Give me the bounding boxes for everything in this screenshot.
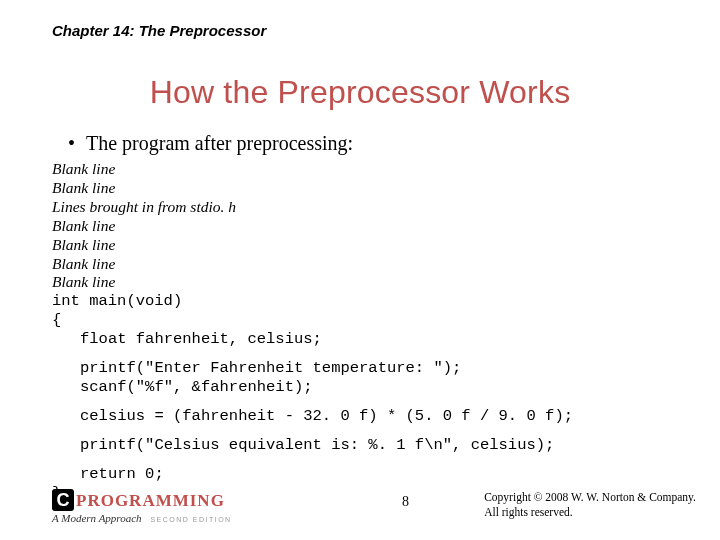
bullet-item: •The program after preprocessing: — [68, 132, 353, 155]
chapter-label: Chapter 14: The Preprocessor — [52, 22, 266, 39]
blank-gap — [52, 349, 688, 359]
bullet-text: The program after preprocessing: — [86, 132, 353, 154]
logo-subtitle: A Modern Approach SECOND EDITION — [52, 512, 262, 524]
slide-title: How the Preprocessor Works — [0, 74, 720, 111]
code-line: printf("Enter Fahrenheit temperature: ")… — [52, 359, 688, 378]
blank-gap — [52, 397, 688, 407]
page-number: 8 — [402, 494, 409, 510]
blank-gap — [52, 455, 688, 465]
footer: C PROGRAMMING A Modern Approach SECOND E… — [52, 480, 696, 524]
logo-top: C PROGRAMMING — [52, 489, 262, 511]
logo-sub-text: A Modern Approach — [52, 512, 142, 524]
code-line: Blank line — [52, 160, 688, 179]
copyright-line: All rights reserved. — [484, 505, 696, 520]
bullet-dot: • — [68, 132, 86, 155]
code-line: Blank line — [52, 273, 688, 292]
blank-gap — [52, 426, 688, 436]
code-line: Blank line — [52, 255, 688, 274]
logo-programming: PROGRAMMING — [76, 491, 225, 511]
code-line: Blank line — [52, 236, 688, 255]
code-line: scanf("%f", &fahrenheit); — [52, 378, 688, 397]
code-line: { — [52, 311, 688, 330]
code-line: printf("Celsius equivalent is: %. 1 f\n"… — [52, 436, 688, 455]
code-line: Blank line — [52, 217, 688, 236]
code-block: Blank line Blank line Lines brought in f… — [52, 160, 688, 503]
slide: Chapter 14: The Preprocessor How the Pre… — [0, 0, 720, 540]
code-line: Lines brought in from stdio. h — [52, 198, 688, 217]
code-line: int main(void) — [52, 292, 688, 311]
code-line: float fahrenheit, celsius; — [52, 330, 688, 349]
code-line: celsius = (fahrenheit - 32. 0 f) * (5. 0… — [52, 407, 688, 426]
logo-c-icon: C — [52, 489, 74, 511]
book-logo: C PROGRAMMING A Modern Approach SECOND E… — [52, 489, 262, 524]
copyright-line: Copyright © 2008 W. W. Norton & Company. — [484, 490, 696, 505]
logo-edition: SECOND EDITION — [150, 516, 231, 523]
code-line: Blank line — [52, 179, 688, 198]
copyright: Copyright © 2008 W. W. Norton & Company.… — [484, 490, 696, 520]
